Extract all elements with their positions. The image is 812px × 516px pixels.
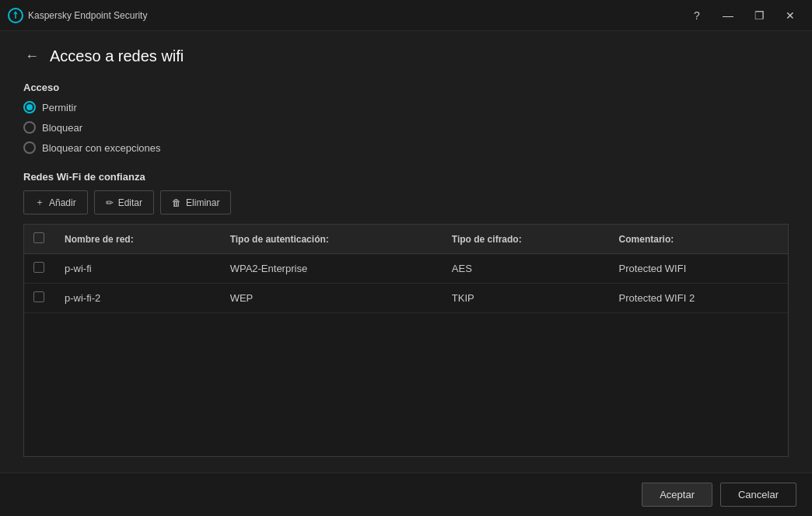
radio-bloquear[interactable]: Bloquear <box>23 121 789 134</box>
radio-label-bloquear: Bloquear <box>42 122 82 134</box>
trusted-networks-label: Redes Wi-Fi de confianza <box>23 171 789 183</box>
footer: Aceptar Cancelar <box>0 472 812 516</box>
minimize-button[interactable]: — <box>714 4 742 27</box>
app-logo-icon <box>8 8 23 23</box>
row-comment: Protected WIFI 2 <box>610 284 788 313</box>
table-row: p-wi-fi WPA2-Enterprise AES Protected WI… <box>24 254 788 284</box>
radio-label-bloquear-excepciones: Bloquear con excepciones <box>42 142 161 154</box>
title-bar-logo: Kaspersky Endpoint Security <box>8 8 683 23</box>
radio-input-bloquear[interactable] <box>23 121 36 134</box>
table-header-row: Nombre de red: Tipo de autenticación: Ti… <box>24 225 788 254</box>
row-checkbox-cell <box>24 254 55 284</box>
delete-button[interactable]: 🗑 Eliminar <box>160 190 231 214</box>
radio-permitir[interactable]: Permitir <box>23 101 789 113</box>
col-header-checkbox <box>24 225 55 254</box>
row-auth-type: WEP <box>221 284 443 313</box>
add-icon: ＋ <box>35 196 44 209</box>
page-title: Acceso a redes wifi <box>50 47 184 65</box>
col-header-comment: Comentario: <box>610 225 788 254</box>
edit-label: Editar <box>118 197 142 208</box>
col-header-cipher-type: Tipo de cifrado: <box>443 225 610 254</box>
col-header-auth-type: Tipo de autenticación: <box>221 225 443 254</box>
radio-bloquear-excepciones[interactable]: Bloquear con excepciones <box>23 141 789 154</box>
close-button[interactable]: ✕ <box>776 4 804 27</box>
title-bar-controls: ? — ❐ ✕ <box>683 4 804 27</box>
add-label: Añadir <box>49 197 76 208</box>
row-network-name: p-wi-fi-2 <box>55 284 221 313</box>
row-checkbox-0[interactable] <box>33 262 44 273</box>
col-header-network-name: Nombre de red: <box>55 225 221 254</box>
row-checkbox-cell <box>24 284 55 313</box>
header-checkbox[interactable] <box>33 232 44 243</box>
acceso-radio-group: Permitir Bloquear Bloquear con excepcion… <box>23 101 789 154</box>
radio-input-permitir[interactable] <box>23 101 36 113</box>
trusted-networks-section: Redes Wi-Fi de confianza ＋ Añadir ✏ Edit… <box>23 171 789 457</box>
row-auth-type: WPA2-Enterprise <box>221 254 443 284</box>
networks-table-container: Nombre de red: Tipo de autenticación: Ti… <box>23 224 789 457</box>
acceso-section-label: Acceso <box>23 82 789 93</box>
radio-label-permitir: Permitir <box>42 102 77 113</box>
edit-button[interactable]: ✏ Editar <box>94 190 154 214</box>
row-network-name: p-wi-fi <box>55 254 221 284</box>
cancel-button[interactable]: Cancelar <box>720 483 796 507</box>
row-comment: Protected WIFI <box>610 254 788 284</box>
toolbar: ＋ Añadir ✏ Editar 🗑 Eliminar <box>23 190 789 214</box>
back-button[interactable]: ← <box>23 47 40 66</box>
table-row: p-wi-fi-2 WEP TKIP Protected WIFI 2 <box>24 284 788 313</box>
main-content: ← Acceso a redes wifi Acceso Permitir Bl… <box>0 31 812 472</box>
main-window: Kaspersky Endpoint Security ? — ❐ ✕ ← Ac… <box>0 0 812 516</box>
radio-input-bloquear-excepciones[interactable] <box>23 141 36 154</box>
row-cipher-type: AES <box>443 254 610 284</box>
row-cipher-type: TKIP <box>443 284 610 313</box>
accept-button[interactable]: Aceptar <box>642 483 712 507</box>
add-button[interactable]: ＋ Añadir <box>23 190 88 214</box>
maximize-button[interactable]: ❐ <box>745 4 773 27</box>
page-header: ← Acceso a redes wifi <box>23 47 789 66</box>
help-button[interactable]: ? <box>683 4 711 27</box>
networks-table: Nombre de red: Tipo de autenticación: Ti… <box>24 225 788 313</box>
delete-label: Eliminar <box>186 197 219 208</box>
row-checkbox-1[interactable] <box>33 291 44 302</box>
delete-icon: 🗑 <box>172 197 181 208</box>
edit-icon: ✏ <box>106 197 114 208</box>
title-bar: Kaspersky Endpoint Security ? — ❐ ✕ <box>0 0 812 31</box>
app-title: Kaspersky Endpoint Security <box>28 10 147 21</box>
